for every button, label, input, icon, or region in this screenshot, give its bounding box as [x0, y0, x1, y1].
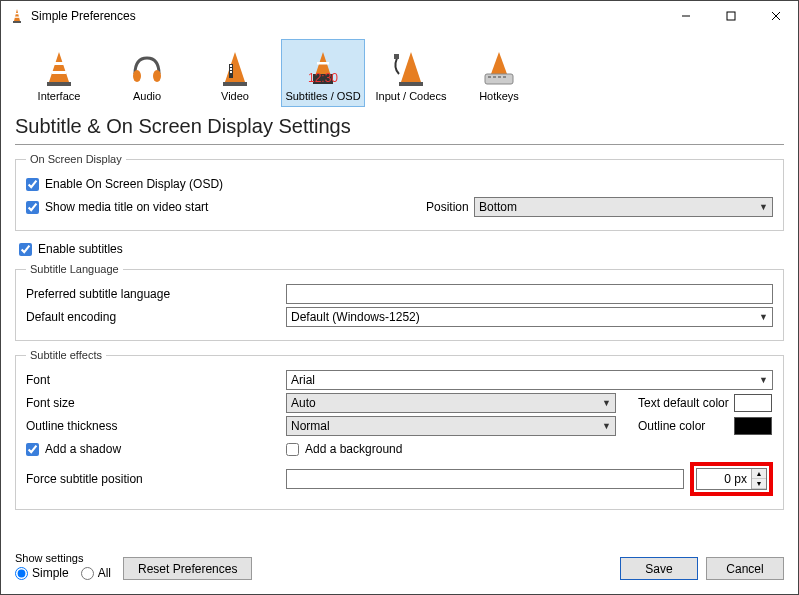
force-position-input[interactable] [286, 469, 684, 489]
svg-rect-30 [493, 76, 496, 78]
svg-rect-5 [727, 12, 735, 20]
enable-osd-checkbox[interactable] [26, 178, 39, 191]
cone-keyboard-icon [479, 48, 519, 88]
position-value: Bottom [479, 200, 517, 214]
font-size-value: Auto [291, 396, 316, 410]
osd-group: On Screen Display Enable On Screen Displ… [15, 153, 784, 231]
enable-subtitles-label: Enable subtitles [38, 242, 123, 256]
tab-label: Interface [38, 90, 81, 102]
chevron-down-icon: ▼ [759, 375, 768, 385]
svg-rect-19 [230, 71, 232, 73]
svg-rect-29 [488, 76, 491, 78]
outline-label: Outline thickness [26, 419, 286, 433]
encoding-value: Default (Windows-1252) [291, 310, 420, 324]
svg-marker-0 [14, 9, 20, 21]
svg-rect-26 [394, 54, 399, 59]
category-toolbar: Interface Audio Video 12:30 Subtitles / … [1, 31, 798, 111]
show-title-label: Show media title on video start [45, 200, 208, 214]
titlebar: Simple Preferences [1, 1, 798, 31]
svg-rect-10 [54, 62, 64, 65]
reset-button[interactable]: Reset Preferences [123, 557, 252, 580]
svg-text:12:30: 12:30 [308, 71, 338, 85]
svg-marker-27 [491, 52, 507, 74]
pref-lang-input[interactable] [286, 284, 773, 304]
background-checkbox[interactable] [286, 443, 299, 456]
svg-rect-21 [317, 62, 329, 65]
tab-video[interactable]: Video [193, 39, 277, 107]
font-size-combo[interactable]: Auto ▼ [286, 393, 616, 413]
shadow-checkbox[interactable] [26, 443, 39, 456]
cone-plug-icon [391, 48, 431, 88]
chevron-down-icon: ▼ [759, 202, 768, 212]
tab-subtitles-osd[interactable]: 12:30 Subtitles / OSD [281, 39, 365, 107]
outline-color-label: Outline color [638, 419, 734, 433]
outline-value: Normal [291, 419, 330, 433]
maximize-button[interactable] [708, 1, 753, 31]
cancel-button[interactable]: Cancel [706, 557, 784, 580]
position-combo[interactable]: Bottom ▼ [474, 197, 773, 217]
svg-marker-14 [225, 52, 245, 82]
svg-rect-32 [503, 76, 506, 78]
osd-legend: On Screen Display [26, 153, 126, 165]
tab-label: Audio [133, 90, 161, 102]
save-button[interactable]: Save [620, 557, 698, 580]
force-position-spinner[interactable]: 0 px ▲ ▼ [696, 468, 767, 490]
force-position-label: Force subtitle position [26, 472, 286, 486]
show-settings-label: Show settings [15, 552, 111, 564]
position-label: Position [426, 200, 474, 214]
text-color-swatch[interactable] [734, 394, 772, 412]
spin-up-icon[interactable]: ▲ [752, 469, 766, 479]
subtitle-effects-group: Subtitle effects Font Arial ▼ Font size … [15, 349, 784, 510]
font-label: Font [26, 373, 286, 387]
chevron-down-icon: ▼ [602, 398, 611, 408]
svg-rect-15 [223, 82, 247, 86]
font-combo[interactable]: Arial ▼ [286, 370, 773, 390]
page-title: Subtitle & On Screen Display Settings [1, 111, 798, 144]
cone-film-icon [215, 48, 255, 88]
tab-audio[interactable]: Audio [105, 39, 189, 107]
show-title-checkbox[interactable] [26, 201, 39, 214]
encoding-label: Default encoding [26, 310, 286, 324]
pref-lang-label: Preferred subtitle language [26, 287, 286, 301]
outline-color-swatch[interactable] [734, 417, 772, 435]
window-title: Simple Preferences [31, 9, 663, 23]
svg-point-12 [133, 70, 141, 82]
font-value: Arial [291, 373, 315, 387]
chevron-down-icon: ▼ [759, 312, 768, 322]
svg-rect-28 [485, 74, 513, 84]
subtitle-language-group: Subtitle Language Preferred subtitle lan… [15, 263, 784, 341]
highlight-box: 0 px ▲ ▼ [690, 462, 773, 496]
lang-legend: Subtitle Language [26, 263, 123, 275]
background-label: Add a background [305, 442, 402, 456]
close-button[interactable] [753, 1, 798, 31]
svg-rect-3 [15, 17, 20, 18]
force-position-value: 0 px [697, 472, 751, 486]
all-radio[interactable]: All [81, 566, 111, 580]
cone-display-icon: 12:30 [303, 48, 343, 88]
svg-marker-24 [401, 52, 421, 82]
svg-point-13 [153, 70, 161, 82]
shadow-label: Add a shadow [45, 442, 121, 456]
simple-radio[interactable]: Simple [15, 566, 69, 580]
spin-down-icon[interactable]: ▼ [752, 479, 766, 489]
tab-label: Video [221, 90, 249, 102]
chevron-down-icon: ▼ [602, 421, 611, 431]
footer: Show settings Simple All Reset Preferenc… [1, 552, 798, 580]
cone-icon [39, 48, 79, 88]
svg-rect-31 [498, 76, 501, 78]
svg-rect-11 [52, 71, 66, 74]
tab-interface[interactable]: Interface [17, 39, 101, 107]
show-settings-group: Show settings Simple All [15, 552, 111, 580]
tab-input-codecs[interactable]: Input / Codecs [369, 39, 453, 107]
svg-rect-1 [13, 21, 21, 23]
minimize-button[interactable] [663, 1, 708, 31]
tab-hotkeys[interactable]: Hotkeys [457, 39, 541, 107]
headphones-icon [127, 48, 167, 88]
text-color-label: Text default color [638, 396, 734, 410]
app-icon [9, 8, 25, 24]
encoding-combo[interactable]: Default (Windows-1252) ▼ [286, 307, 773, 327]
outline-combo[interactable]: Normal ▼ [286, 416, 616, 436]
enable-subtitles-checkbox[interactable] [19, 243, 32, 256]
tab-label: Subtitles / OSD [285, 90, 360, 102]
svg-rect-25 [399, 82, 423, 86]
